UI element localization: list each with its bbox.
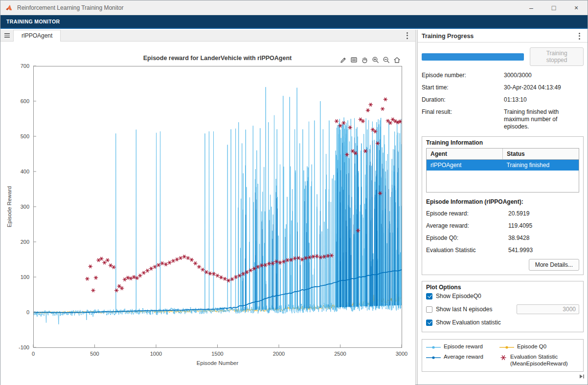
legend-entry-average-reward: Average reward <box>425 354 498 361</box>
show-last-n-episodes-option[interactable]: Show last N episodes <box>426 304 579 314</box>
field-value: 01:13:10 <box>504 96 584 104</box>
axes-toolbar <box>339 55 402 64</box>
side-panel-kebab-icon[interactable] <box>576 33 583 40</box>
evaluation-statistic-row: Evaluation Statistic 541.9993 <box>426 247 579 254</box>
svg-text:Episode reward for LanderVehic: Episode reward for LanderVehicle with rl… <box>143 55 292 62</box>
svg-text:300: 300 <box>21 204 29 210</box>
asterisk-marker <box>498 354 508 361</box>
final-result-row: Final result: Training finished with max… <box>422 108 584 130</box>
episode-reward-row: Episode reward: 20.5919 <box>426 210 579 217</box>
field-label: Episode reward: <box>426 210 508 217</box>
column-header-status: Status <box>503 149 579 159</box>
svg-text:1000: 1000 <box>150 351 162 357</box>
datatip-icon[interactable] <box>349 55 359 64</box>
show-last-n-episodes-checkbox[interactable] <box>426 306 432 313</box>
home-icon[interactable] <box>392 55 402 64</box>
toolstrip: TRAINING MONITOR <box>0 15 588 29</box>
field-label: Duration: <box>422 96 504 104</box>
field-value: 20.5919 <box>508 210 579 217</box>
figure-area: 050010001500200025003000-100010020030040… <box>0 42 415 385</box>
collapse-panel-icon[interactable] <box>579 373 585 382</box>
field-label: Evaluation Statistic <box>426 247 508 254</box>
window-controls: – □ × <box>520 0 588 15</box>
svg-text:2000: 2000 <box>273 351 285 357</box>
more-details-button[interactable]: More Details... <box>529 259 579 271</box>
agent-cell: rlPPOAgent <box>427 160 503 171</box>
episode-info-title: Episode Information (rlPPOAgent): <box>426 198 579 205</box>
field-label: Start time: <box>422 84 504 91</box>
app-window: Reinforcement Learning Training Monitor … <box>0 0 588 385</box>
show-episodeq0-checkbox[interactable] <box>426 293 432 299</box>
minimize-button[interactable]: – <box>520 0 543 15</box>
status-cell: Training finished <box>503 160 579 171</box>
field-label: Average reward: <box>426 222 508 230</box>
legend-label: Evaluation Statistic (MeanEpisodeReward) <box>510 354 573 367</box>
brush-icon[interactable] <box>339 55 348 64</box>
field-label: Episode Q0: <box>426 235 508 242</box>
svg-text:3000: 3000 <box>396 351 407 357</box>
section-title: Training Information <box>422 137 583 148</box>
training-stopped-button: Training stopped <box>530 47 584 66</box>
field-value: 541.9993 <box>508 247 579 254</box>
svg-text:500: 500 <box>21 133 29 139</box>
zoom-in-icon[interactable] <box>371 55 380 64</box>
svg-text:200: 200 <box>21 239 29 245</box>
maximize-button[interactable]: □ <box>543 0 565 15</box>
column-header-agent: Agent <box>427 149 503 159</box>
line-dot-marker <box>425 344 442 351</box>
progress-summary: Episode number: 3000/3000 Start time: 30… <box>422 72 584 130</box>
episode-number-row: Episode number: 3000/3000 <box>422 72 584 79</box>
training-progress-fill <box>422 53 524 61</box>
document-bar-menu-icon[interactable] <box>2 33 11 38</box>
line-dot-marker <box>498 344 515 351</box>
svg-text:Episode Number: Episode Number <box>197 360 239 366</box>
tab-rlppoagent[interactable]: rlPPOAgent <box>13 30 61 42</box>
title-bar: Reinforcement Learning Training Monitor … <box>0 0 588 15</box>
legend-entry-evaluation-statistic: Evaluation Statistic (MeanEpisodeReward) <box>498 354 580 367</box>
legend-label: Episode Q0 <box>517 343 546 350</box>
field-value: 30-Apr-2024 04:13:49 <box>504 84 584 91</box>
option-label: Show last N episodes <box>436 306 492 313</box>
close-button[interactable]: × <box>565 0 588 15</box>
svg-text:1500: 1500 <box>211 351 223 357</box>
legend-entry-episode-reward: Episode reward <box>425 343 498 351</box>
svg-text:400: 400 <box>21 169 29 174</box>
field-label: Final result: <box>422 108 504 130</box>
show-evaluation-statistic-option[interactable]: Show Evaluation statistic <box>426 319 579 326</box>
field-label: Episode number: <box>422 72 504 79</box>
chart-legend: Episode reward Average reward <box>422 339 584 372</box>
plot-options-section: Plot Options Show EpisodeQ0 Show last N … <box>422 281 584 332</box>
legend-label: Episode reward <box>444 343 483 350</box>
tab-training-monitor[interactable]: TRAINING MONITOR <box>0 19 66 24</box>
svg-text:-100: -100 <box>19 344 29 350</box>
training-information-section: Training Information Agent Status rlPPOA… <box>422 136 584 275</box>
reward-chart[interactable]: 050010001500200025003000-100010020030040… <box>0 42 415 385</box>
show-evaluation-statistic-checkbox[interactable] <box>426 320 432 326</box>
agents-table-header: Agent Status <box>427 149 579 160</box>
progress-row: Training stopped <box>422 47 584 66</box>
start-time-row: Start time: 30-Apr-2024 04:13:49 <box>422 84 584 91</box>
pan-icon[interactable] <box>360 55 369 64</box>
table-empty-area <box>427 171 579 192</box>
field-value: Training finished with maximum number of… <box>504 108 584 130</box>
matlab-logo-icon <box>5 4 13 12</box>
table-row[interactable]: rlPPOAgent Training finished <box>427 160 579 171</box>
show-episodeq0-option[interactable]: Show EpisodeQ0 <box>426 293 579 299</box>
training-progress-bar <box>422 53 524 61</box>
zoom-out-icon[interactable] <box>382 55 391 64</box>
option-label: Show EpisodeQ0 <box>436 293 481 299</box>
doc-tab-label: rlPPOAgent <box>22 32 52 39</box>
average-reward-row: Average reward: 119.4095 <box>426 222 579 230</box>
legend-entry-episode-q0: Episode Q0 <box>498 343 580 351</box>
svg-text:0: 0 <box>32 351 35 357</box>
option-label: Show Evaluation statistic <box>436 319 501 326</box>
section-title: Plot Options <box>422 281 583 293</box>
document-bar-kebab-icon[interactable] <box>404 32 410 39</box>
field-value: 119.4095 <box>508 222 579 230</box>
side-panel-title: Training Progress <box>422 33 474 40</box>
svg-text:Episode Reward: Episode Reward <box>6 186 12 227</box>
episode-q0-row: Episode Q0: 38.9428 <box>426 235 579 242</box>
line-dot-marker <box>425 354 442 361</box>
svg-text:100: 100 <box>21 274 29 280</box>
document-tab-bar: rlPPOAgent <box>0 30 415 42</box>
